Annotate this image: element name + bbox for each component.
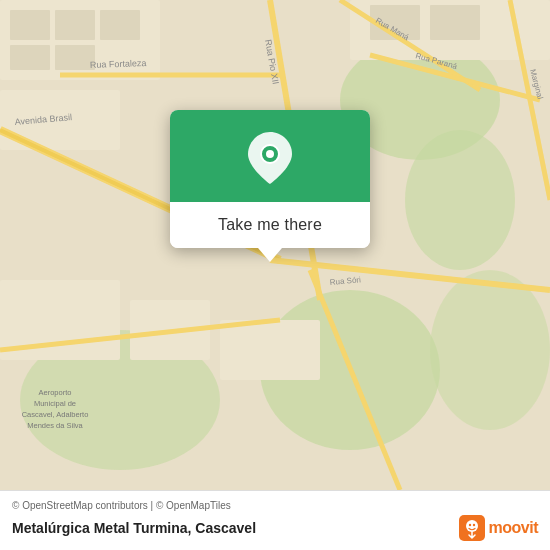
svg-point-2 [405,130,515,270]
place-name: Metalúrgica Metal Turmina, Cascavel [12,520,256,536]
popup-tail [258,248,282,262]
bottom-info: Metalúrgica Metal Turmina, Cascavel moov… [12,515,538,541]
svg-text:Mendes da Silva: Mendes da Silva [27,421,83,430]
location-popup: Take me there [170,110,370,248]
svg-point-44 [468,524,470,526]
svg-rect-18 [430,5,480,40]
svg-text:Rua Fortaleza: Rua Fortaleza [90,58,147,70]
svg-rect-14 [100,10,140,40]
bottom-bar: © OpenStreetMap contributors | © OpenMap… [0,490,550,550]
take-me-there-button[interactable]: Take me there [170,202,370,248]
location-pin-icon [248,132,292,184]
svg-text:Municipal de: Municipal de [34,399,76,408]
svg-rect-13 [55,10,95,40]
popup-header [170,110,370,202]
svg-rect-10 [220,320,320,380]
map-attribution: © OpenStreetMap contributors | © OpenMap… [12,500,538,511]
svg-point-5 [430,270,550,430]
svg-point-41 [266,150,274,158]
svg-text:Aeroporto: Aeroporto [39,388,72,397]
take-me-there-label: Take me there [218,216,322,234]
svg-point-45 [472,524,474,526]
moovit-brand-label: moovit [489,519,538,537]
map-area[interactable]: Rua Fortaleza Avenida Brasil Rua Pio XII… [0,0,550,490]
svg-text:Cascavel, Adalberto: Cascavel, Adalberto [22,410,89,419]
svg-rect-12 [10,10,50,40]
svg-rect-15 [10,45,50,70]
moovit-logo: moovit [459,515,538,541]
moovit-icon [459,515,485,541]
